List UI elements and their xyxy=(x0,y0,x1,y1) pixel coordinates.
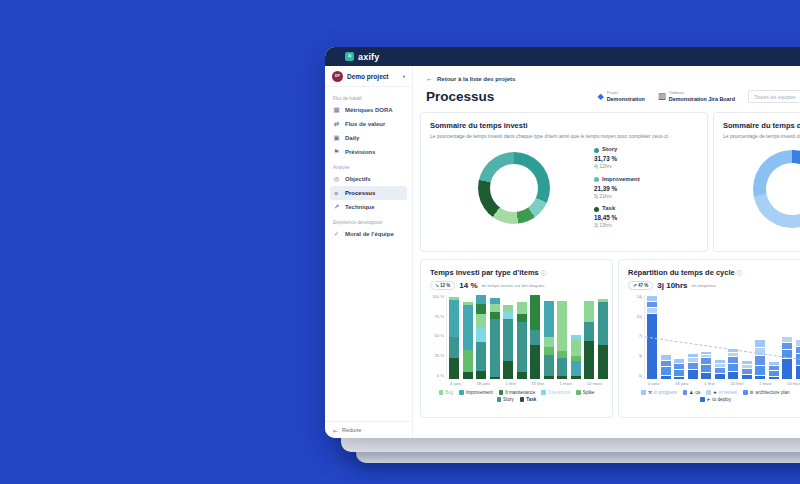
legend-item-task[interactable]: Task 18,45 % 3j 13hrs xyxy=(594,205,640,228)
bar-segment-qa[interactable] xyxy=(728,357,738,362)
stacked-bar[interactable] xyxy=(728,295,738,379)
bar-segment-in_progress[interactable] xyxy=(688,354,698,357)
bar-segment-to_deploy[interactable] xyxy=(769,377,779,379)
project-meta[interactable]: ◆ Projet Demonstration xyxy=(598,90,645,102)
bar-segment-in_progress[interactable] xyxy=(728,349,738,352)
bar-segment-spike[interactable] xyxy=(544,347,554,355)
bar-segment-operations[interactable] xyxy=(476,328,486,342)
bar-segment-improvement[interactable] xyxy=(490,298,500,305)
stacked-bar[interactable] xyxy=(674,295,684,379)
stacked-bar[interactable] xyxy=(796,295,800,379)
bar-segment-qa[interactable] xyxy=(647,302,657,307)
bar-segment-bug[interactable] xyxy=(490,304,500,312)
stacked-bar[interactable] xyxy=(742,295,752,379)
bar-segment-in_progress[interactable] xyxy=(742,361,752,364)
bar-segment-to_deploy[interactable] xyxy=(674,377,684,379)
bar-segment-in_review[interactable] xyxy=(715,364,725,367)
bar-segment-in_review[interactable] xyxy=(728,353,738,356)
bar-segment-operations[interactable] xyxy=(503,312,513,319)
legend-item-architecture_plan[interactable]: ⚙architecture plan xyxy=(743,390,790,395)
bar-segment-architecture_plan[interactable] xyxy=(755,366,765,375)
bar-segment-task[interactable] xyxy=(463,372,473,379)
stacked-bar[interactable] xyxy=(755,295,765,379)
bar-segment-it_maintenance[interactable] xyxy=(490,312,500,319)
bar-segment-task[interactable] xyxy=(598,345,608,379)
bar-segment-in_progress[interactable] xyxy=(769,362,779,366)
bar-segment-story[interactable] xyxy=(476,342,486,371)
bar-segment-in_progress[interactable] xyxy=(715,360,725,363)
legend-item-spike[interactable]: Spike xyxy=(576,390,594,395)
bar-segment-architecture_plan[interactable] xyxy=(769,371,779,376)
bar-segment-task[interactable] xyxy=(490,377,500,379)
bar-segment-in_review[interactable] xyxy=(742,365,752,368)
bar-segment-to_deploy[interactable] xyxy=(701,373,711,379)
bar-segment-story[interactable] xyxy=(490,319,500,378)
bar-segment-qa[interactable] xyxy=(755,356,765,365)
bar-segment-architecture_plan[interactable] xyxy=(661,367,671,375)
bar-segment-architecture_plan[interactable] xyxy=(796,354,800,365)
legend-item-task[interactable]: Task xyxy=(520,397,537,402)
stacked-bar[interactable] xyxy=(571,295,581,379)
bar-segment-improvement[interactable] xyxy=(449,300,459,337)
stacked-bar[interactable] xyxy=(476,295,486,379)
legend-item-in_progress[interactable]: ⚒in progress xyxy=(641,390,676,395)
info-icon[interactable]: ⓘ xyxy=(737,270,743,276)
sidebar-item-metriques-dora[interactable]: ▦ Métriques DORA xyxy=(330,103,407,117)
bar-segment-to_deploy[interactable] xyxy=(688,370,698,379)
stacked-bar[interactable] xyxy=(584,295,594,379)
sidebar-item-flux-de-valeur[interactable]: ⇄ Flux de valeur xyxy=(330,117,407,131)
board-meta[interactable]: ▥ Tableau Demonstration Jira Board xyxy=(658,90,735,102)
bar-segment-spike[interactable] xyxy=(463,350,473,373)
bar-segment-story[interactable] xyxy=(598,302,608,346)
bar-segment-story[interactable] xyxy=(584,322,594,341)
bar-segment-improvement[interactable] xyxy=(463,305,473,350)
project-selector[interactable]: DP Demo project ▾ xyxy=(325,66,412,87)
stacked-bar[interactable] xyxy=(715,295,725,379)
bar-segment-task[interactable] xyxy=(530,345,540,379)
legend-item-to_deploy[interactable]: ➤to deploy xyxy=(700,397,731,402)
stacked-bar[interactable] xyxy=(530,295,540,379)
bar-segment-bug[interactable] xyxy=(584,301,594,322)
bar-segment-qa[interactable] xyxy=(796,347,800,353)
bar-segment-qa[interactable] xyxy=(742,369,752,374)
legend-item-improvement[interactable]: Improvement xyxy=(459,390,492,395)
legend-item-story[interactable]: Story 31,73 % 4j 12hrs xyxy=(594,146,640,169)
bar-segment-bug[interactable] xyxy=(571,340,581,357)
stacked-bar[interactable] xyxy=(688,295,698,379)
bar-segment-it_maintenance[interactable] xyxy=(517,314,527,322)
sidebar-item-objectifs[interactable]: ◎ Objectifs xyxy=(330,172,407,186)
bar-segment-qa[interactable] xyxy=(688,363,698,369)
bar-segment-task[interactable] xyxy=(449,358,459,379)
bar-segment-task[interactable] xyxy=(544,376,554,379)
bar-segment-story[interactable] xyxy=(557,358,567,376)
bar-segment-qa[interactable] xyxy=(661,361,671,366)
bar-segment-architecture_plan[interactable] xyxy=(728,364,738,371)
invested-time-donut-chart[interactable] xyxy=(478,152,550,224)
bar-segment-bug[interactable] xyxy=(503,305,513,312)
stacked-bar[interactable] xyxy=(544,295,554,379)
sidebar-item-processus[interactable]: ≡ Processus xyxy=(330,186,407,200)
bar-segment-task[interactable] xyxy=(517,372,527,379)
legend-item-operations[interactable]: Operations xyxy=(541,390,570,395)
stacked-bar[interactable] xyxy=(517,295,527,379)
sidebar-item-daily[interactable]: ▣ Daily xyxy=(330,131,407,145)
bar-segment-task[interactable] xyxy=(503,361,513,379)
bar-segment-bug[interactable] xyxy=(517,302,527,314)
bar-segment-architecture_plan[interactable] xyxy=(674,370,684,376)
bar-segment-architecture_plan[interactable] xyxy=(782,350,792,357)
legend-item-bug[interactable]: Bug xyxy=(439,390,454,395)
bar-segment-bug[interactable] xyxy=(476,314,486,328)
bar-segment-in_progress[interactable] xyxy=(755,340,765,347)
stacked-bar[interactable] xyxy=(769,295,779,379)
bar-segment-to_deploy[interactable] xyxy=(715,374,725,379)
bar-segment-to_deploy[interactable] xyxy=(647,314,657,379)
bar-segment-bug[interactable] xyxy=(544,337,554,347)
bar-segment-in_review[interactable] xyxy=(796,340,800,346)
bar-segment-story[interactable] xyxy=(449,337,459,358)
bar-segment-in_progress[interactable] xyxy=(647,296,657,301)
bar-segment-in_review[interactable] xyxy=(755,348,765,355)
bar-segment-architecture_plan[interactable] xyxy=(701,365,711,372)
stacked-bar[interactable] xyxy=(782,295,792,379)
bar-segment-improvement[interactable] xyxy=(476,295,486,304)
bar-segment-bug[interactable] xyxy=(557,301,567,351)
